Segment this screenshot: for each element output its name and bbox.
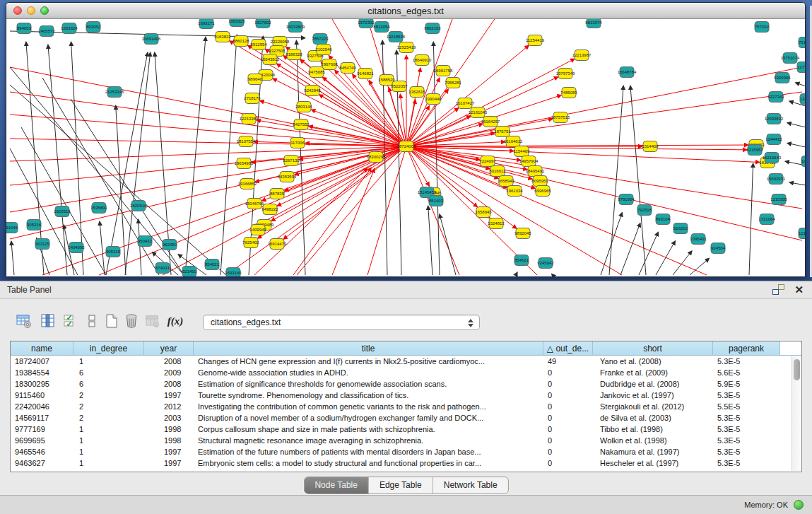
cell-out_de: 0 (543, 378, 593, 390)
svg-text:15145453: 15145453 (418, 190, 437, 194)
tab-edge-table[interactable]: Edge Table (369, 477, 433, 493)
cell-year: 2012 (144, 401, 194, 412)
cell-pagerank: 5.5E-5 (713, 401, 780, 412)
svg-text:1095401: 1095401 (690, 237, 707, 241)
node-table: namein_degreeyeartitle△ out_de...shortpa… (10, 341, 802, 472)
network-canvas[interactable]: 9163822886012889129542322605893275051654… (6, 19, 805, 276)
scrollbar-thumb[interactable] (794, 359, 800, 380)
cell-name: 19384554 (11, 367, 73, 378)
svg-text:924504: 924504 (711, 246, 726, 250)
svg-text:905315: 905315 (106, 250, 121, 254)
column-header-name[interactable]: name (11, 341, 73, 355)
svg-text:1362615: 1362615 (408, 90, 425, 94)
svg-text:12161045: 12161045 (469, 110, 488, 115)
table-row[interactable]: 977716911998Corpus callosum shape and si… (11, 424, 801, 435)
function-builder-icon[interactable]: f(x) (167, 312, 184, 330)
delete-table-disabled-icon: x (144, 312, 161, 330)
svg-text:18724007: 18724007 (397, 144, 416, 148)
svg-text:2967608: 2967608 (321, 62, 338, 66)
svg-text:1693145: 1693145 (225, 271, 242, 275)
table-row[interactable]: 1830029562008Estimation of significance … (11, 378, 801, 390)
cell-title: Corpus callosum shape and size in male p… (194, 424, 543, 435)
svg-text:12093832: 12093832 (765, 117, 784, 121)
column-header-out_de[interactable]: △ out_de... (543, 341, 593, 355)
table-row[interactable]: 911546021997Tourette syndrome. Phenomeno… (11, 390, 801, 401)
column-header-year[interactable]: year (144, 341, 194, 355)
table-vertical-scrollbar[interactable] (792, 356, 801, 471)
column-header-short[interactable]: short (593, 341, 713, 355)
network-view-window[interactable]: citations_edges.txt 91638228860128891295… (6, 2, 806, 277)
table-row[interactable]: 1872400712008Changes of HCN gene express… (11, 356, 801, 367)
column-header-pagerank[interactable]: pagerank (713, 341, 780, 355)
svg-text:18107554: 18107554 (237, 139, 256, 144)
cell-name: 9699695 (11, 435, 73, 446)
svg-text:20691406: 20691406 (142, 37, 161, 41)
cell-pagerank: 5.3E-5 (713, 435, 780, 446)
cell-out_de: 49 (543, 356, 593, 367)
cell-short: Yano et al. (2008) (593, 356, 713, 367)
svg-text:792518: 792518 (637, 208, 652, 212)
svg-text:962450: 962450 (163, 243, 177, 247)
svg-text:19218506: 19218506 (387, 35, 406, 39)
cell-in_degree: 1 (73, 424, 144, 435)
cell-name: 18300295 (11, 378, 73, 390)
svg-text:1658943: 1658943 (498, 179, 514, 183)
svg-text:874031: 874031 (155, 266, 170, 270)
cell-out_de: 0 (543, 401, 593, 412)
cell-year: 1997 (144, 390, 194, 401)
svg-text:16164612: 16164612 (504, 139, 523, 144)
table-row[interactable]: 946554611997Estimation of the future num… (11, 446, 801, 457)
table-rows-icon[interactable] (83, 312, 100, 330)
svg-text:16033809: 16033809 (286, 25, 305, 29)
svg-text:11254419: 11254419 (526, 38, 545, 42)
cell-out_de: 0 (543, 424, 593, 435)
svg-text:1721064: 1721064 (758, 217, 775, 221)
svg-text:16648784: 16648784 (618, 70, 637, 74)
cell-pagerank: 5.3E-5 (713, 390, 780, 401)
svg-text:894053: 894053 (17, 26, 32, 30)
table-options-icon[interactable] (16, 312, 33, 330)
tab-network-table[interactable]: Network Table (433, 477, 508, 493)
svg-text:9242848: 9242848 (304, 88, 321, 93)
cell-short: Stergiakouli et al. (2012) (593, 401, 713, 412)
table-header-row[interactable]: namein_degreeyeartitle△ out_de...shortpa… (11, 341, 801, 356)
tab-node-table[interactable]: Node Table (304, 477, 369, 493)
row-selection-icon[interactable]: ✓✓ (62, 312, 79, 330)
close-icon[interactable]: ✕ (794, 284, 804, 295)
cell-name: 14569117 (11, 412, 73, 424)
svg-text:12213987: 12213987 (572, 53, 592, 57)
svg-text:8215953: 8215953 (746, 148, 763, 152)
svg-text:1527602: 1527602 (254, 21, 271, 25)
cytoscape-root: citations_edges.txt 91638228860128891295… (0, 0, 812, 514)
column-visibility-icon[interactable] (40, 312, 57, 330)
memory-ok-led-icon (794, 500, 804, 510)
cell-out_de: 0 (543, 446, 593, 457)
table-panel-title: Table Panel (7, 285, 52, 295)
new-table-icon[interactable] (103, 312, 120, 330)
svg-text:1572302: 1572302 (358, 21, 375, 25)
network-window-titlebar[interactable]: citations_edges.txt (6, 3, 805, 19)
table-row[interactable]: 2242004622012Investigating the contribut… (11, 401, 801, 412)
column-header-in_degree[interactable]: in_degree (73, 341, 144, 355)
cell-title: Structural magnetic resonance image aver… (194, 435, 543, 446)
svg-text:15751074: 15751074 (781, 56, 800, 60)
citation-network-graph[interactable]: 9163822886012889129542322605893275051654… (6, 19, 805, 276)
svg-text:7224097: 7224097 (479, 159, 496, 163)
table-row[interactable]: 946362711997Embryonic stem cells: a mode… (11, 457, 801, 469)
cell-name: 22420046 (11, 401, 73, 412)
svg-text:891046: 891046 (6, 226, 18, 230)
cell-name: 9465546 (11, 446, 73, 457)
svg-text:19797349: 19797349 (556, 71, 575, 76)
delete-table-icon[interactable] (123, 312, 140, 330)
cell-in_degree: 1 (73, 356, 144, 367)
float-window-icon[interactable] (772, 284, 784, 295)
svg-text:16210643: 16210643 (763, 156, 782, 160)
column-header-title[interactable]: title (194, 341, 543, 355)
table-row[interactable]: 1456911722003Disruption of a novel membe… (11, 412, 801, 424)
cell-title: Investigating the contribution of common… (194, 401, 543, 412)
svg-text:108231: 108231 (801, 159, 805, 163)
table-row[interactable]: 969969511998Structural magnetic resonanc… (11, 435, 801, 446)
table-row[interactable]: 1938455462009Genome-wide association stu… (11, 367, 801, 378)
svg-text:2620515: 2620515 (54, 209, 71, 214)
table-select-dropdown[interactable]: citations_edges.txt (203, 315, 480, 330)
